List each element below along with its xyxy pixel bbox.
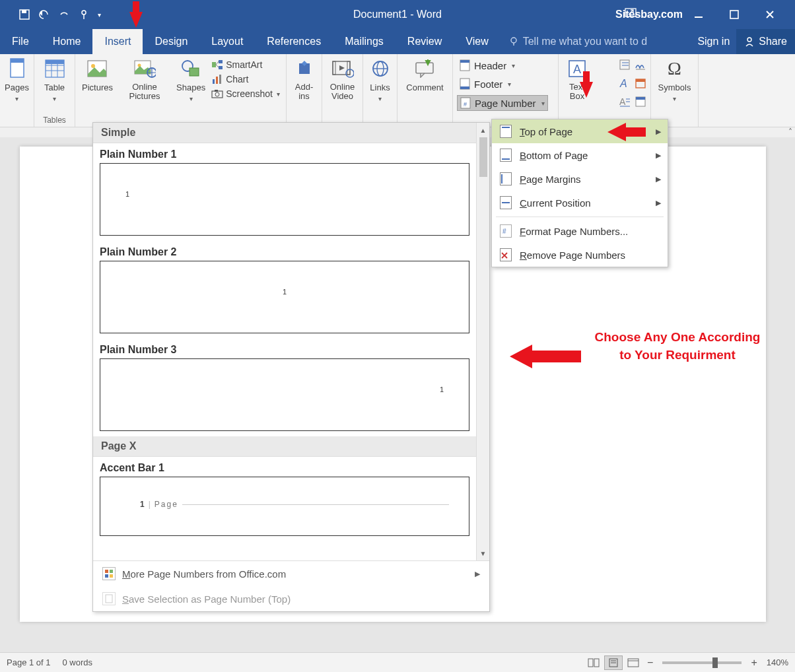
- object-icon[interactable]: [635, 96, 646, 110]
- tab-layout[interactable]: Layout: [199, 29, 255, 54]
- svg-point-8: [511, 38, 516, 43]
- footer-label: Footer: [474, 79, 502, 90]
- pictures-button[interactable]: Pictures: [79, 56, 116, 94]
- svg-rect-74: [588, 659, 593, 667]
- page-number-button[interactable]: #Page Number▾: [457, 95, 548, 111]
- bottom-of-page-icon: [500, 149, 512, 162]
- drop-cap-icon[interactable]: A: [619, 96, 631, 110]
- wordart-icon[interactable]: A: [619, 77, 631, 92]
- lightbulb-icon: [508, 36, 519, 47]
- screenshot-button[interactable]: Screenshot: [209, 88, 282, 100]
- tab-home[interactable]: Home: [41, 29, 93, 54]
- online-pictures-label: Online Pictures: [120, 83, 170, 102]
- header-button[interactable]: Header▾: [457, 58, 548, 73]
- window-title: Document1 - Word: [353, 9, 442, 20]
- menu-page-margins[interactable]: Page Margins ▶: [492, 167, 668, 191]
- gallery-item-plain1[interactable]: 1: [100, 163, 469, 236]
- tab-mailings[interactable]: Mailings: [333, 29, 396, 54]
- svg-rect-70: [110, 570, 113, 573]
- gallery-item-accent1[interactable]: 1|Page: [100, 477, 469, 536]
- share-button[interactable]: Share: [736, 29, 795, 54]
- comment-button[interactable]: Comment: [403, 56, 446, 94]
- more-from-office-button[interactable]: More Page Numbers from Office.com ▶: [93, 561, 489, 586]
- zoom-slider[interactable]: [662, 661, 742, 664]
- svg-line-29: [216, 61, 219, 65]
- chevron-down-icon: ▾: [378, 95, 382, 102]
- redo-icon[interactable]: [58, 9, 70, 20]
- shapes-button[interactable]: Shapes ▾: [174, 56, 208, 104]
- svg-text:#: #: [502, 228, 506, 235]
- touch-mode-icon[interactable]: [78, 9, 90, 20]
- save-selection-button: Save Selection as Page Number (Top): [93, 586, 489, 611]
- qat-dropdown-icon[interactable]: ▾: [98, 11, 101, 18]
- status-words[interactable]: 0 words: [63, 657, 93, 667]
- top-of-page-icon: [500, 125, 512, 138]
- tab-insert[interactable]: Insert: [92, 29, 143, 54]
- save-icon[interactable]: [18, 9, 30, 20]
- chart-button[interactable]: Chart: [209, 73, 282, 85]
- title-bar: ▾ Document1 - Word Sitesbay.com: [0, 0, 795, 29]
- symbols-button[interactable]: Ω Symbols ▾: [656, 56, 694, 104]
- menu-remove-page-numbers[interactable]: Remove Page Numbers: [492, 243, 668, 267]
- remove-icon: [500, 248, 512, 261]
- minimize-button[interactable]: [692, 8, 705, 21]
- zoom-out-button[interactable]: −: [647, 657, 653, 669]
- gallery-item-plain3[interactable]: 1: [100, 358, 469, 431]
- menu-format-page-numbers[interactable]: # Format Page Numbers...: [492, 219, 668, 243]
- tab-view[interactable]: View: [454, 29, 500, 54]
- tab-review[interactable]: Review: [396, 29, 454, 54]
- gallery-item-plain1-title: Plain Number 1: [93, 143, 476, 163]
- tab-design[interactable]: Design: [143, 29, 199, 54]
- links-button[interactable]: Links ▾: [366, 56, 394, 104]
- scroll-thumb[interactable]: [479, 137, 487, 177]
- svg-rect-75: [594, 659, 599, 667]
- chevron-down-icon: ▾: [53, 95, 56, 102]
- read-mode-button[interactable]: [584, 655, 603, 670]
- print-layout-button[interactable]: [604, 655, 623, 670]
- maximize-button[interactable]: [728, 8, 741, 21]
- tab-file[interactable]: File: [0, 29, 41, 54]
- smartart-button[interactable]: SmartArt: [209, 59, 282, 71]
- tab-references[interactable]: References: [255, 29, 333, 54]
- zoom-thumb[interactable]: [712, 657, 718, 668]
- web-layout-button[interactable]: [624, 655, 642, 670]
- scroll-up-icon[interactable]: ▲: [477, 123, 489, 137]
- gallery-item-plain2-title: Plain Number 2: [93, 241, 476, 261]
- svg-rect-33: [219, 75, 221, 84]
- date-time-icon[interactable]: [635, 77, 646, 92]
- menu-top-label: Top of Page: [520, 126, 572, 137]
- gallery-item-plain2[interactable]: 1: [100, 261, 469, 333]
- zoom-level[interactable]: 140%: [767, 657, 788, 667]
- menu-bottom-of-page[interactable]: Bottom of Page ▶: [492, 143, 668, 167]
- online-video-button[interactable]: Online Video: [326, 56, 359, 103]
- signature-line-icon[interactable]: [635, 59, 646, 73]
- svg-rect-65: [636, 97, 645, 100]
- undo-icon[interactable]: [38, 9, 50, 20]
- annotation-arrow-gallery: [510, 345, 581, 368]
- zoom-in-button[interactable]: +: [751, 657, 757, 669]
- close-button[interactable]: [763, 8, 777, 21]
- status-page[interactable]: Page 1 of 1: [7, 657, 51, 667]
- collapse-ribbon-icon[interactable]: ˄: [788, 127, 792, 137]
- scroll-down-icon[interactable]: ▼: [477, 546, 489, 560]
- svg-rect-71: [105, 574, 108, 578]
- addins-button[interactable]: Add-ins: [291, 56, 318, 103]
- chart-label: Chart: [226, 74, 248, 84]
- addins-label: Add-ins: [293, 83, 316, 102]
- menu-margins-label: Page Margins: [520, 174, 581, 185]
- tell-me-search[interactable]: Tell me what you want to d: [501, 29, 691, 54]
- table-button[interactable]: Table ▾: [41, 56, 69, 104]
- pages-button[interactable]: Pages ▾: [2, 56, 32, 104]
- ribbon-display-options-icon[interactable]: [625, 8, 637, 19]
- gallery-category-pagex: Page X: [93, 436, 476, 457]
- menu-current-position[interactable]: Current Position ▶: [492, 191, 668, 215]
- footer-button[interactable]: Footer▾: [457, 77, 548, 91]
- tell-me-placeholder: Tell me what you want to d: [523, 36, 648, 48]
- annotation-arrow-pagenumber: [580, 71, 593, 98]
- svg-rect-79: [628, 659, 639, 667]
- sign-in-button[interactable]: Sign in: [691, 29, 736, 54]
- menu-separator: [496, 217, 664, 217]
- online-pictures-button[interactable]: Online Pictures: [117, 56, 172, 103]
- quick-parts-icon[interactable]: [619, 59, 631, 73]
- gallery-scrollbar[interactable]: ▲ ▼: [476, 123, 489, 560]
